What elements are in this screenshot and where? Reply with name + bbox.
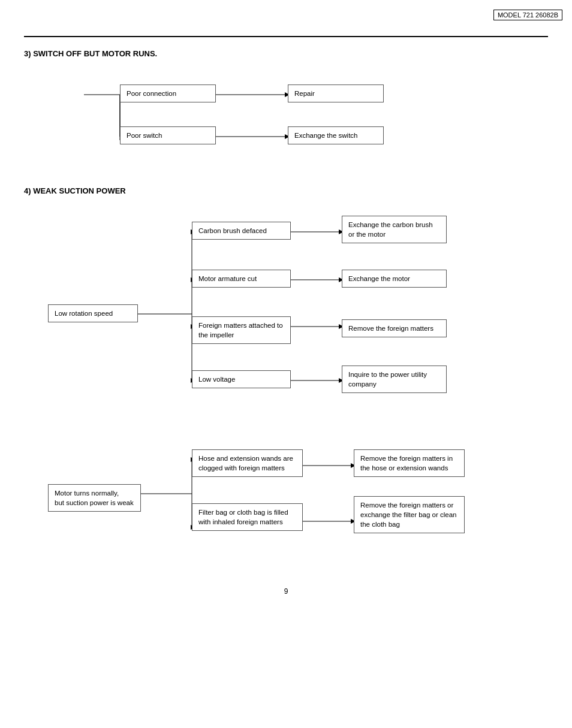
- box-low-rotation: Low rotation speed: [48, 304, 138, 322]
- box-remove-foreign: Remove the foreign matters: [342, 319, 447, 337]
- box-carbon-brush: Carbon brush defaced: [192, 222, 291, 240]
- box-inquire: Inquire to the power utility company: [342, 365, 447, 393]
- section3-diagram: Poor connection Repair Poor switch Excha…: [60, 73, 548, 168]
- box-exchange-carbon: Exchange the carbon brush or the motor: [342, 216, 447, 243]
- page: MODEL 721 26082B 3) SWITCH OFF BUT MOTOR…: [0, 0, 572, 620]
- section4-title: 4) WEAK SUCTION POWER: [24, 186, 548, 195]
- box-exchange-motor: Exchange the motor: [342, 270, 447, 288]
- box-poor-switch: Poor switch: [120, 126, 216, 144]
- section4-diagram: Low rotation speed Carbon brush defaced …: [36, 210, 548, 425]
- box-foreign-impeller: Foreign matters attached to the impeller: [192, 316, 291, 344]
- box-hose-clogged: Hose and extension wands are clogged wit…: [192, 449, 303, 477]
- section3-title: 3) SWITCH OFF BUT MOTOR RUNS.: [24, 49, 548, 58]
- box-exchange-switch: Exchange the switch: [288, 126, 384, 144]
- box-repair: Repair: [288, 84, 384, 102]
- box-motor-armature: Motor armature cut: [192, 270, 291, 288]
- top-divider: [24, 36, 548, 37]
- box-low-voltage: Low voltage: [192, 370, 291, 388]
- box-motor-normal: Motor turns normally, but suction power …: [48, 484, 141, 512]
- box-poor-connection: Poor connection: [120, 84, 216, 102]
- box-remove-filter: Remove the foreign matters or exchange t…: [354, 496, 465, 533]
- box-filter-bag: Filter bag or cloth bag is filled with i…: [192, 503, 303, 531]
- model-badge: MODEL 721 26082B: [493, 10, 562, 20]
- box-remove-hose: Remove the foreign matters in the hose o…: [354, 449, 465, 477]
- page-number: 9: [24, 587, 548, 596]
- section4b-diagram: Motor turns normally, but suction power …: [36, 443, 548, 563]
